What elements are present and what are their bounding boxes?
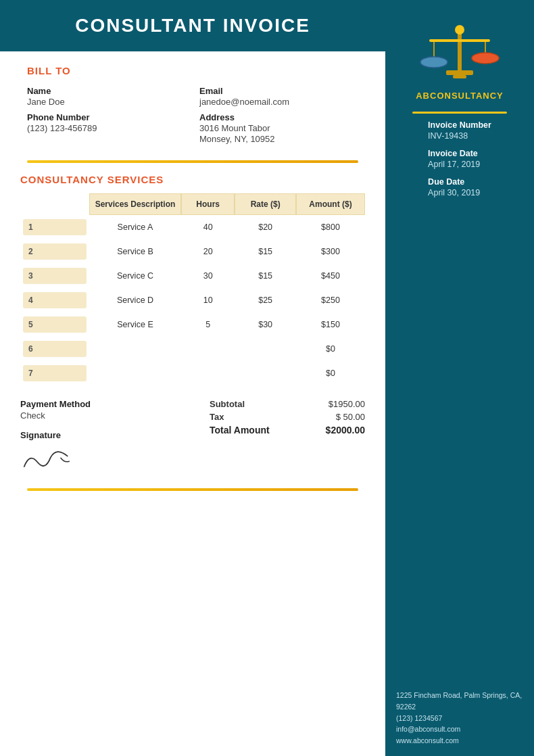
name-block: Name Jane Doe bbox=[27, 86, 186, 107]
svg-point-7 bbox=[420, 57, 447, 68]
email-value: janedoe@noemail.com bbox=[199, 97, 358, 107]
table-row: 4Service D10$25$250 bbox=[20, 288, 365, 312]
phone-label: Phone Number bbox=[27, 112, 186, 122]
row-desc: Service E bbox=[89, 312, 181, 337]
row-rate: $15 bbox=[235, 264, 296, 288]
svg-point-8 bbox=[472, 53, 499, 64]
svg-rect-0 bbox=[458, 32, 462, 72]
col-hours: Hours bbox=[181, 193, 235, 215]
name-value: Jane Doe bbox=[27, 97, 186, 107]
tax-row: Tax $ 50.00 bbox=[210, 412, 365, 422]
company-footer: 1225 Fincham Road, Palm Springs, CA, 922… bbox=[385, 680, 534, 756]
total-value: $2000.00 bbox=[326, 425, 365, 435]
table-row: 7$0 bbox=[20, 361, 365, 385]
row-amount: $0 bbox=[296, 361, 365, 385]
row-amount: $150 bbox=[296, 312, 365, 337]
svg-rect-2 bbox=[453, 75, 466, 78]
table-row: 2Service B20$15$300 bbox=[20, 239, 365, 264]
table-row: 3Service C30$15$450 bbox=[20, 264, 365, 288]
row-rate bbox=[235, 361, 296, 385]
row-num-cell: 7 bbox=[20, 361, 89, 385]
row-amount: $800 bbox=[296, 215, 365, 239]
row-desc: Service D bbox=[89, 288, 181, 312]
bill-to-section: BILL TO Name Jane Doe Email janedoe@noem… bbox=[0, 51, 385, 151]
company-name-ab: AB bbox=[416, 91, 430, 101]
col-description: Services Description bbox=[89, 193, 181, 215]
company-logo bbox=[416, 20, 504, 88]
row-number: 2 bbox=[23, 243, 87, 260]
company-name: ABCONSULTANCY bbox=[416, 91, 504, 101]
address-label: Address bbox=[199, 112, 358, 122]
row-hours bbox=[181, 337, 235, 361]
row-rate: $20 bbox=[235, 215, 296, 239]
row-num-cell: 5 bbox=[20, 312, 89, 337]
subtotal-label: Subtotal bbox=[210, 399, 245, 409]
col-rate: Rate ($) bbox=[235, 193, 296, 215]
company-phone: (123) 1234567 bbox=[396, 713, 523, 724]
gold-divider-2 bbox=[27, 488, 358, 491]
email-block: Email janedoe@noemail.com bbox=[199, 86, 358, 107]
row-amount: $0 bbox=[296, 337, 365, 361]
row-amount: $450 bbox=[296, 264, 365, 288]
payment-left: Payment Method Check Signature bbox=[20, 399, 210, 475]
table-row: 1Service A40$20$800 bbox=[20, 215, 365, 239]
invoice-header: CONSULTANT INVOICE bbox=[0, 0, 385, 51]
subtotal-value: $1950.00 bbox=[329, 399, 365, 409]
tax-label: Tax bbox=[210, 412, 224, 422]
row-number: 1 bbox=[23, 219, 87, 235]
row-num-cell: 1 bbox=[20, 215, 89, 239]
table-row: 6$0 bbox=[20, 337, 365, 361]
due-date-value: April 30, 2019 bbox=[428, 188, 491, 197]
address-line2: Monsey, NY, 10952 bbox=[199, 134, 358, 144]
row-amount: $250 bbox=[296, 288, 365, 312]
invoice-title: CONSULTANT INVOICE bbox=[7, 15, 379, 37]
row-desc: Service A bbox=[89, 215, 181, 239]
invoice-number-label: Invoice Number bbox=[428, 120, 491, 130]
row-num-cell: 2 bbox=[20, 239, 89, 264]
row-rate: $25 bbox=[235, 288, 296, 312]
row-number: 5 bbox=[23, 316, 87, 333]
total-label: Total Amount bbox=[210, 425, 270, 435]
payment-right: Subtotal $1950.00 Tax $ 50.00 Total Amou… bbox=[210, 399, 365, 435]
due-date-label: Due Date bbox=[428, 177, 491, 187]
invoice-number-value: INV-19438 bbox=[428, 131, 491, 141]
row-number: 3 bbox=[23, 268, 87, 284]
row-num-cell: 6 bbox=[20, 337, 89, 361]
svg-point-3 bbox=[455, 25, 464, 34]
company-website: www.abconsult.com bbox=[396, 735, 523, 747]
col-amount: Amount ($) bbox=[296, 193, 365, 215]
row-number: 7 bbox=[23, 365, 87, 381]
row-hours bbox=[181, 361, 235, 385]
row-hours: 5 bbox=[181, 312, 235, 337]
tax-value: $ 50.00 bbox=[336, 412, 365, 422]
row-hours: 20 bbox=[181, 239, 235, 264]
row-rate: $30 bbox=[235, 312, 296, 337]
address-line1: 3016 Mount Tabor bbox=[199, 123, 358, 133]
bill-to-title: BILL TO bbox=[27, 65, 358, 76]
row-num-cell: 3 bbox=[20, 264, 89, 288]
signature-image bbox=[19, 442, 76, 477]
services-title: CONSULTANCY SERVICES bbox=[20, 174, 365, 185]
right-gold-divider bbox=[412, 112, 507, 114]
row-hours: 40 bbox=[181, 215, 235, 239]
signature-label: Signature bbox=[20, 430, 210, 440]
logo-area: ABCONSULTANCY bbox=[416, 20, 504, 101]
row-hours: 10 bbox=[181, 288, 235, 312]
row-hours: 30 bbox=[181, 264, 235, 288]
payment-method-value: Check bbox=[20, 410, 210, 421]
row-number: 4 bbox=[23, 292, 87, 308]
phone-block: Phone Number (123) 123-456789 bbox=[27, 112, 186, 144]
services-section: CONSULTANCY SERVICES Services Descriptio… bbox=[0, 163, 385, 392]
row-rate: $15 bbox=[235, 239, 296, 264]
phone-value: (123) 123-456789 bbox=[27, 123, 186, 133]
payment-method-label: Payment Method bbox=[20, 399, 210, 409]
invoice-date-label: Invoice Date bbox=[428, 149, 491, 158]
company-address: 1225 Fincham Road, Palm Springs, CA, 922… bbox=[396, 690, 523, 713]
invoice-info: Invoice Number INV-19438 Invoice Date Ap… bbox=[416, 120, 504, 206]
row-desc: Service C bbox=[89, 264, 181, 288]
svg-rect-4 bbox=[429, 39, 490, 42]
address-block: Address 3016 Mount Tabor Monsey, NY, 109… bbox=[199, 112, 358, 144]
row-desc bbox=[89, 337, 181, 361]
row-desc: Service B bbox=[89, 239, 181, 264]
row-number: 6 bbox=[23, 341, 87, 357]
